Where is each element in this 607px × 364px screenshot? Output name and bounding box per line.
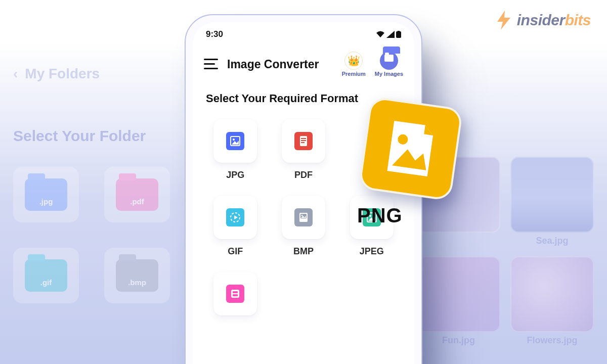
bolt-icon bbox=[493, 9, 515, 31]
my-images-button[interactable]: My Images bbox=[375, 52, 403, 77]
image-icon bbox=[226, 285, 244, 303]
svg-point-12 bbox=[301, 215, 303, 216]
png-highlight-label: PNG bbox=[357, 204, 403, 227]
svg-rect-7 bbox=[301, 140, 306, 141]
thumb-item[interactable]: Fun.jpg bbox=[417, 256, 500, 346]
folder-icon: .jpg bbox=[25, 178, 67, 211]
svg-rect-8 bbox=[301, 142, 305, 143]
my-folders-title: My Folders bbox=[25, 66, 100, 82]
svg-rect-15 bbox=[231, 290, 239, 298]
thumbnail-image bbox=[417, 256, 500, 332]
folder-icon: .gif bbox=[25, 259, 67, 292]
thumb-caption: Flowers.jpg bbox=[510, 335, 594, 346]
svg-rect-17 bbox=[233, 294, 238, 296]
folder-icon: .bmp bbox=[116, 259, 158, 292]
thumb-item[interactable]: Flowers.jpg bbox=[510, 256, 594, 346]
format-gif[interactable]: GIF bbox=[206, 196, 265, 257]
crown-icon: 👑 bbox=[348, 56, 360, 66]
thumb-caption: Fun.jpg bbox=[417, 335, 500, 346]
folder-icon bbox=[384, 55, 394, 62]
svg-rect-0 bbox=[396, 31, 401, 38]
brand-text: insiderbits bbox=[517, 12, 591, 29]
play-icon bbox=[226, 208, 244, 226]
svg-rect-1 bbox=[398, 31, 400, 32]
image-icon bbox=[294, 208, 313, 226]
app-header: Image Converter 👑 Premium My Images bbox=[193, 41, 414, 80]
menu-button[interactable] bbox=[204, 59, 218, 70]
svg-point-3 bbox=[233, 139, 235, 141]
status-bar: 9:30 bbox=[193, 22, 414, 41]
thumbnail-image bbox=[510, 256, 594, 332]
status-icons bbox=[376, 31, 401, 38]
stage: insiderbits ‹ My Folders Select Your Fol… bbox=[0, 0, 607, 364]
folder-tile-gif[interactable]: .gif bbox=[13, 248, 79, 303]
chevron-left-icon[interactable]: ‹ bbox=[13, 66, 18, 82]
brand-logo: insiderbits bbox=[493, 9, 591, 31]
wifi-icon bbox=[376, 31, 385, 38]
folder-icon: .pdf bbox=[116, 178, 158, 211]
format-label: JPEG bbox=[360, 246, 384, 257]
premium-button[interactable]: 👑 Premium bbox=[342, 52, 366, 77]
format-webp[interactable]: WEBP bbox=[206, 272, 265, 333]
battery-icon bbox=[396, 31, 401, 38]
format-label: PDF bbox=[294, 170, 313, 180]
png-highlight-badge bbox=[358, 96, 463, 201]
thumbnail-image bbox=[510, 157, 594, 233]
folder-tile-pdf[interactable]: .pdf bbox=[104, 167, 170, 222]
format-pdf[interactable]: PDF bbox=[274, 119, 333, 180]
app-title: Image Converter bbox=[227, 58, 319, 71]
format-label: BMP bbox=[293, 246, 314, 257]
folder-tile-bmp[interactable]: .bmp bbox=[104, 248, 170, 303]
svg-rect-16 bbox=[233, 291, 238, 293]
format-label: JPG bbox=[226, 170, 244, 180]
signal-icon bbox=[386, 31, 395, 38]
image-file-icon bbox=[376, 114, 445, 183]
image-icon bbox=[226, 132, 244, 150]
thumb-caption: Sea.jpg bbox=[510, 236, 594, 246]
document-icon bbox=[294, 132, 313, 150]
folder-tile-jpg[interactable]: .jpg bbox=[13, 167, 79, 222]
format-label: GIF bbox=[228, 246, 243, 257]
format-bmp[interactable]: BMP bbox=[274, 196, 333, 257]
status-time: 9:30 bbox=[206, 29, 223, 39]
format-jpg[interactable]: JPG bbox=[206, 119, 265, 180]
thumb-item[interactable]: Sea.jpg bbox=[510, 157, 594, 246]
svg-rect-6 bbox=[301, 138, 306, 139]
